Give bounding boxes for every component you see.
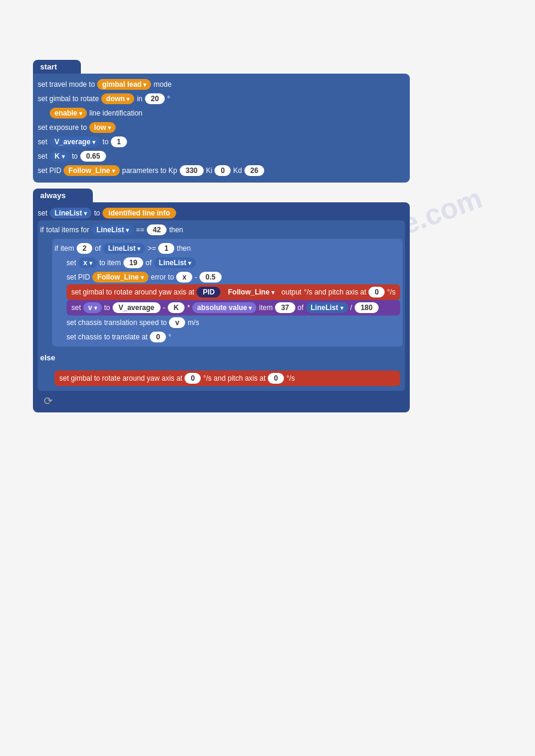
set-pid-kd-label: Kd <box>233 166 242 175</box>
else-label: else <box>40 351 55 365</box>
set-v-op3: / <box>350 303 352 312</box>
else-gimbal-value1: 0 <box>185 373 201 384</box>
v-div-value: 180 <box>355 302 379 313</box>
pid-error-value: 0.5 <box>200 272 222 283</box>
k-value: 0.65 <box>80 151 106 162</box>
gimbal-yaw-text1: set gimbal to rotate around yaw axis at <box>71 288 194 296</box>
if-inner-item-value: 2 <box>77 243 93 254</box>
if-outer-op: == <box>136 226 144 234</box>
always-cap: always <box>33 189 93 202</box>
block-set-vaverage: set V_average to 1 <box>38 135 405 149</box>
else-gimbal-text2: °/s and pitch axis at <box>203 374 265 382</box>
block-set-exposure: set exposure to low <box>38 120 405 135</box>
followline-pid-dropdown[interactable]: Follow_Line <box>64 165 119 176</box>
set-v-text4: of <box>298 303 304 312</box>
if-inner-value2: 1 <box>158 243 174 254</box>
pid-error-op: - <box>195 273 197 281</box>
set-x-text1: set <box>67 259 76 267</box>
linelist-inner-dropdown[interactable]: LineList <box>103 243 145 254</box>
start-block: set travel mode to gimbal lead mode set … <box>33 74 410 183</box>
set-pid-text1: set PID <box>38 166 61 175</box>
followline-err-dropdown[interactable]: Follow_Line <box>92 272 148 283</box>
else-row: else <box>40 349 403 366</box>
linelist-x-dropdown[interactable]: LineList <box>154 257 196 268</box>
k-dropdown[interactable]: K <box>50 151 69 162</box>
set-v-text3: item <box>259 303 273 312</box>
gimbal-yaw-text2: output <box>282 288 301 296</box>
set-pid-ki-label: Ki <box>206 166 213 175</box>
v-k-chip: K <box>168 302 185 313</box>
if-outer-text1: if <box>40 226 44 234</box>
set-pid-error-text1: set PID <box>67 273 90 281</box>
if-inner-condition: if item 2 of LineList >= 1 then <box>55 241 400 256</box>
linelist-dropdown[interactable]: LineList <box>50 208 92 218</box>
set-exposure-text: set exposure to <box>38 123 87 132</box>
block-set-pid: set PID Follow_Line parameters to Kp 330… <box>38 163 405 178</box>
v-dropdown[interactable]: v <box>83 302 102 313</box>
if-inner-text3: of <box>95 244 101 253</box>
block-set-pid-error: set PID Follow_Line error to x - 0.5 <box>67 270 400 284</box>
ki-value: 0 <box>214 165 231 176</box>
v-vaverage-chip: V_average <box>113 302 161 313</box>
if-inner-block: if item 2 of LineList >= 1 then set x to… <box>52 239 403 347</box>
set-pid-text2: parameters to Kp <box>122 166 177 175</box>
if-outer-block: if total items for LineList == 42 then i… <box>38 220 405 391</box>
start-cap: start <box>33 60 81 74</box>
enable-dropdown[interactable]: enable <box>50 108 87 119</box>
pid-chip: PID <box>197 287 220 297</box>
identified-line-info-chip: identified line info <box>102 208 176 218</box>
block-set-chassis-translate: set chassis to translate at 0 ° <box>67 330 400 344</box>
v-item-value: 37 <box>275 302 295 313</box>
set-v-text1: set <box>71 303 81 312</box>
always-label: always <box>40 191 66 200</box>
set-linelist-text1: set <box>38 209 47 217</box>
if-outer-value: 42 <box>147 224 167 235</box>
set-k-text1: set <box>38 152 47 160</box>
start-label: start <box>40 62 57 71</box>
always-block: set LineList to identified line info if … <box>33 202 410 412</box>
x-dropdown[interactable]: x <box>78 257 97 268</box>
chassis-translate-value: 0 <box>150 332 166 342</box>
exposure-dropdown[interactable]: low <box>89 122 116 133</box>
enable-line-text: line identification <box>89 109 143 117</box>
block-set-gimbal-yaw: set gimbal to rotate around yaw axis at … <box>67 284 400 300</box>
block-set-gimbal-rotate: set gimbal to rotate down in 20 ° <box>38 92 405 106</box>
block-set-linelist: set LineList to identified line info <box>38 206 405 220</box>
chassis-speed-text1: set chassis translation speed to <box>67 318 167 327</box>
set-travel-mode-text2: mode <box>153 80 171 89</box>
down-dropdown[interactable]: down <box>101 93 134 104</box>
gimbal-rotate-value: 20 <box>145 93 165 104</box>
linelist-v-dropdown[interactable]: LineList <box>306 302 348 313</box>
chassis-translate-text1: set chassis to translate at <box>67 333 147 341</box>
set-v-op1: - <box>163 303 165 312</box>
if-inner-text2: item <box>61 244 74 253</box>
if-inner-text1: if <box>55 244 58 253</box>
block-else-gimbal: set gimbal to rotate around yaw axis at … <box>55 371 400 386</box>
absval-dropdown[interactable]: absolute value <box>192 302 256 313</box>
block-set-chassis-speed: set chassis translation speed to v m/s <box>67 315 400 330</box>
refresh-icon[interactable]: ⟳ <box>44 394 405 408</box>
set-v-op2: * <box>187 303 190 312</box>
if-outer-text2: total items for <box>46 226 89 234</box>
pid-error-x: x <box>176 272 192 283</box>
set-vaverage-text2: to <box>102 138 108 146</box>
set-k-text2: to <box>72 152 78 160</box>
block-set-k: set K to 0.65 <box>38 149 405 163</box>
if-outer-condition: if total items for LineList == 42 then <box>40 223 403 237</box>
block-set-travel-mode: set travel mode to gimbal lead mode <box>38 77 405 92</box>
set-vaverage-text1: set <box>38 138 47 146</box>
chassis-speed-v: v <box>169 317 185 328</box>
vaverage-dropdown[interactable]: V_average <box>50 136 100 147</box>
gimbal-rotate-symbol: ° <box>167 95 170 103</box>
gimbal-yaw-text3: °/s and pitch axis at <box>304 288 366 296</box>
if-inner-then: then <box>177 244 191 253</box>
block-set-v: set v to V_average - K * absolute value … <box>67 300 400 315</box>
block-enable-line: enable line identification <box>50 106 405 120</box>
gimbal-yaw-text4: °/s <box>387 288 395 296</box>
gimbal-lead-dropdown[interactable]: gimbal lead <box>97 79 151 90</box>
if-outer-then: then <box>169 226 183 234</box>
else-gimbal-value2: 0 <box>268 373 284 384</box>
followline-yaw-dropdown[interactable]: Follow_Line <box>223 287 279 297</box>
else-gimbal-text1: set gimbal to rotate around yaw axis at <box>59 374 182 382</box>
linelist-total-dropdown[interactable]: LineList <box>92 224 134 235</box>
